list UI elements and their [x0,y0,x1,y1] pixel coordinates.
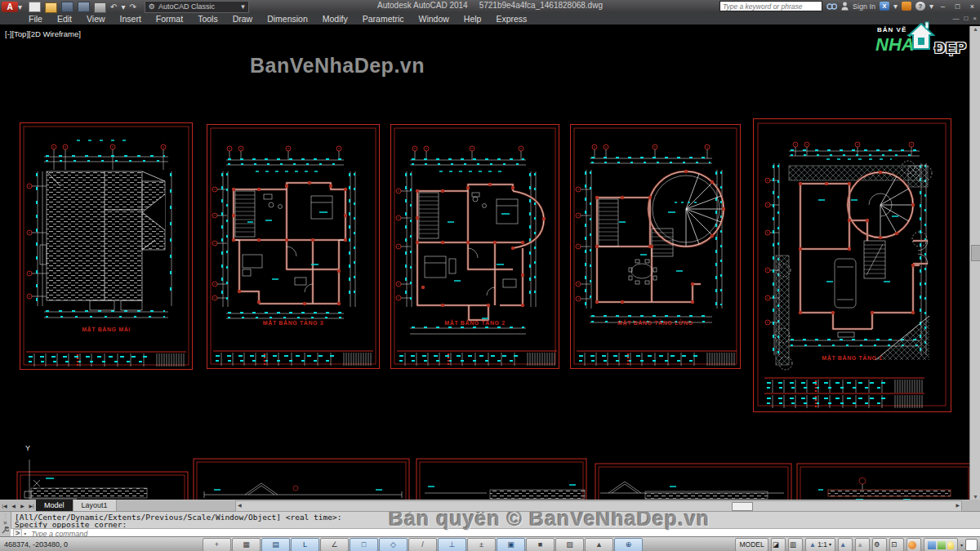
viewport-controls-label[interactable]: [-][Top][2D Wireframe] [5,29,81,38]
panel-floor3-plan: MẶT BẰNG TẦNG 3 [207,124,380,372]
toggle-object-snap[interactable]: □ [350,538,378,551]
toggle-dynamic-ucs[interactable]: ⊥ [438,538,466,551]
workspace-dropdown-icon[interactable]: ▾ [241,2,245,11]
coordinates-readout: 468374, -203480, 0 [4,540,68,549]
tab-prev-icon[interactable]: ◀ [9,503,18,509]
tab-last-icon[interactable]: ▶| [27,503,36,509]
toggle-quick-properties[interactable]: ▨ [555,538,584,551]
scroll-left-icon[interactable]: ◀ [238,502,242,509]
toolbar-lock-icon[interactable]: ⊡ [889,538,904,551]
undo-icon[interactable]: ↶ [110,2,117,11]
window-close-button[interactable]: × [967,2,978,11]
roof-plan-drawing [20,122,193,370]
toggle-polar-tracking[interactable]: ∠ [320,538,349,551]
toggle-annotation-monitor[interactable]: ⊕ [614,538,643,551]
workspace-switcher[interactable]: ⚙ AutoCAD Classic ▾ [145,1,249,13]
save-as-icon[interactable] [78,2,90,12]
print-icon[interactable] [94,2,106,13]
toggle-3d-object-snap[interactable]: ◇ [379,538,408,551]
menu-help[interactable]: Help [457,13,489,24]
toggle-infer-constraints[interactable]: + [203,538,231,551]
quick-access-toolbar: ↶ ▾ ↷ [29,0,136,13]
toggle-object-snap-tracking[interactable]: / [408,538,437,551]
search-input[interactable] [719,1,822,11]
scroll-up-icon[interactable]: ▲ [970,26,980,32]
toggle-transparency[interactable]: ■ [526,538,555,551]
workspace-name: AutoCAD Classic [158,2,215,11]
tab-model[interactable]: Model [36,500,73,511]
toggle-dynamic-input[interactable]: ± [467,538,496,551]
mezzanine-plan-drawing [570,124,741,369]
annotation-visibility-icon[interactable]: ▲ [838,538,853,551]
annotation-scale-button[interactable]: ▲ 1:1 ▾ [805,538,835,551]
annotation-scale-icon: ▲ [809,539,816,551]
help-dropdown-icon[interactable]: ▾ [929,2,933,11]
clean-screen-button[interactable] [965,539,978,551]
new-file-icon[interactable] [29,2,41,12]
hardware-acceleration-icon[interactable] [906,538,921,551]
menu-tools[interactable]: Tools [190,13,225,24]
status-menu-dropdown-icon[interactable]: ▾ [960,542,963,548]
exchange-apps-icon[interactable]: X [880,2,889,11]
menu-express[interactable]: Express [488,13,534,24]
menu-modify[interactable]: Modify [315,13,355,24]
menu-insert[interactable]: Insert [113,13,149,24]
workspace-switching-icon[interactable]: ⚙ [872,538,887,551]
command-prompt-dropdown-icon[interactable]: ▾ [24,531,26,536]
redo-icon[interactable]: ↷ [129,2,136,11]
autocad-app-icon[interactable]: A [2,2,18,12]
open-file-icon[interactable] [45,2,57,13]
menu-view[interactable]: View [79,13,113,24]
vertical-scroll-thumb[interactable] [971,245,980,261]
status-bar: 468374, -203480, 0 + ▦ ▤ L ∠ □ ◇ / ⊥ ± ▣… [0,536,980,551]
menu-draw[interactable]: Draw [225,13,261,24]
annotation-autoscale-icon[interactable]: ▲ [855,538,870,551]
quick-view-layouts-icon[interactable]: ◪ [771,538,786,551]
quick-view-drawings-icon[interactable]: ▥ [788,538,803,551]
toggle-lineweight[interactable]: ▣ [497,538,525,551]
panel-title: MẶT BẰNG TẦNG 2 [390,320,559,326]
app-menu-dropdown-icon[interactable]: ▾ [18,2,22,11]
tab-first-icon[interactable]: |◀ [0,503,9,509]
floor2-plan-drawing [390,124,559,369]
autodesk360-icon[interactable] [902,2,911,11]
infocenter: Sign In X ▾ ? ▾ – □ × [719,1,978,11]
bottom-drawings [0,441,980,500]
toggle-grid-display[interactable]: ▤ [261,538,290,551]
scroll-right-icon[interactable]: ▶ [956,502,960,509]
tab-next-icon[interactable]: ▶ [18,503,27,509]
isolate-objects-group[interactable] [924,538,958,551]
command-window-controls: ⋮ ✕ [0,512,11,537]
menu-window[interactable]: Window [411,13,456,24]
exchange-dropdown-icon[interactable]: ▾ [893,2,898,11]
toggle-snap-mode[interactable]: ▦ [232,538,261,551]
sign-in-link[interactable]: Sign In [853,2,875,11]
workspace-gear-icon: ⚙ [149,2,155,11]
scroll-down-icon[interactable]: ▼ [970,494,980,500]
window-minimize-button[interactable]: – [938,2,948,11]
floor1-plan-drawing [753,118,951,412]
search-binoculars-icon[interactable] [826,2,837,11]
drawing-canvas[interactable]: [-][Top][2D Wireframe] BanVeNhaDep.vn [0,24,980,500]
menu-dimension[interactable]: Dimension [260,13,315,24]
save-icon[interactable] [61,2,74,12]
model-space-button[interactable]: MODEL [735,538,768,551]
window-restore-button[interactable]: □ [952,2,963,11]
help-icon[interactable]: ? [915,2,925,11]
horizontal-scroll-thumb[interactable] [732,502,753,511]
menu-edit[interactable]: Edit [50,13,79,24]
menu-parametric[interactable]: Parametric [355,13,412,24]
undo-dropdown-icon[interactable]: ▾ [121,2,125,11]
doc-close-button[interactable]: × [973,13,977,24]
menu-file[interactable]: File [21,13,50,24]
floor3-plan-drawing [207,124,380,369]
command-close-icon[interactable]: ✕ [3,519,8,527]
status-right-cluster: MODEL ◪ ▥ ▲ 1:1 ▾ ▲ ▲ ⚙ ⊡ ▾ [735,538,978,551]
menu-format[interactable]: Format [149,13,190,24]
vertical-scrollbar[interactable]: ▲ ▼ [969,26,980,500]
tab-layout1[interactable]: Layout1 [73,500,117,511]
command-wrench-icon[interactable] [2,527,9,534]
toggle-selection-cycling[interactable]: ▲ [585,538,613,551]
toggle-ortho-mode[interactable]: L [291,538,319,551]
horizontal-scrollbar[interactable]: ◀ ▶ [235,500,962,512]
